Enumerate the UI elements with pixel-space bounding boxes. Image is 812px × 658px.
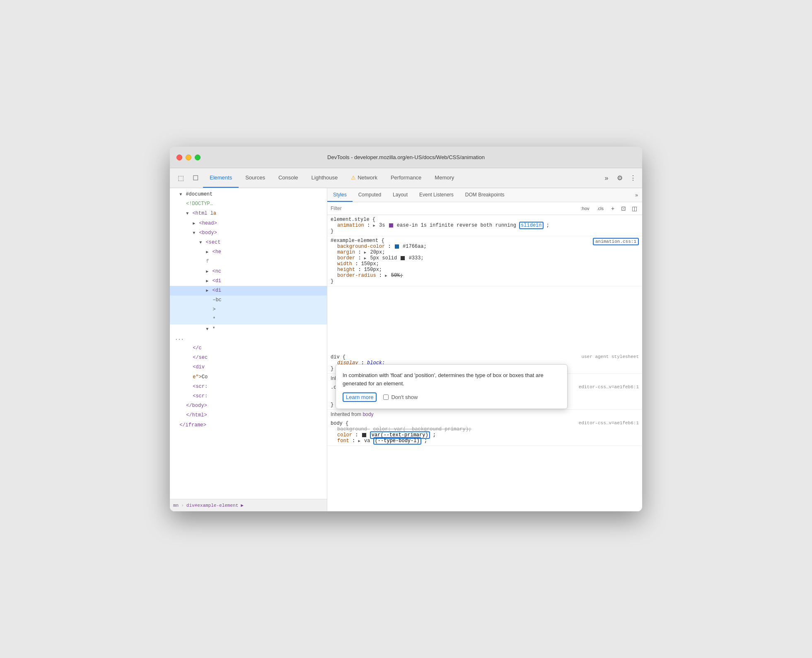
dom-panel: ▼ #document <!DOCTYP… ▼ <html la ▶ <head… <box>170 188 327 511</box>
css-selector-body: body { editor-css…v=ae1feb6:1 <box>331 421 639 426</box>
minimize-button[interactable] <box>186 155 191 160</box>
tooltip-text: In combination with 'float' and 'positio… <box>343 371 561 387</box>
border-color-swatch[interactable] <box>401 256 405 260</box>
css-selector-div: div { user agent stylesheet <box>331 354 639 360</box>
tooltip-footer: Learn more Don't show <box>343 392 561 402</box>
tab-network[interactable]: ⚠ Network <box>344 168 384 188</box>
dom-line: </iframe> <box>170 421 327 430</box>
margin-expand[interactable]: ▶ <box>364 251 366 255</box>
dom-line: </sec <box>170 353 327 363</box>
dom-line: <scr: <box>170 382 327 392</box>
body-css-source[interactable]: editor-css…v=ae1feb6:1 <box>579 421 639 426</box>
menu-button[interactable]: ⋮ <box>627 172 639 184</box>
dom-line: e">Co <box>170 373 327 382</box>
filter-input[interactable] <box>331 206 575 211</box>
warning-icon: ⚠ <box>351 174 356 181</box>
close-button[interactable] <box>176 155 182 160</box>
inherited-from-body: Inherited from body <box>327 410 642 419</box>
add-style-button[interactable]: + <box>608 204 617 213</box>
dom-line: <div <box>170 363 327 372</box>
tab-computed[interactable]: Computed <box>353 188 387 202</box>
prop-height: height : 150px; <box>337 267 639 273</box>
font-value-highlighted: (--type-body-l) <box>373 437 421 445</box>
close-panel-button[interactable]: ◫ <box>630 204 639 213</box>
tab-event-listeners[interactable]: Event Listeners <box>413 188 459 202</box>
maximize-button[interactable] <box>195 155 201 160</box>
prop-border-radius: border-radius : ▶ 50%; <box>337 273 639 278</box>
dom-line: ▶ <nc <box>170 267 327 276</box>
tab-styles[interactable]: Styles <box>327 188 353 202</box>
css-selector-example: #example-element { animation.css:1 <box>331 238 639 244</box>
tab-console[interactable]: Console <box>272 168 305 188</box>
dom-line: ▼ <sect <box>170 238 327 247</box>
user-agent-note: user agent stylesheet <box>581 354 639 359</box>
tab-layout[interactable]: Layout <box>387 188 413 202</box>
breadcrumb-mn: mn <box>173 503 179 508</box>
cursor-icon[interactable]: ⬚ <box>173 168 188 188</box>
more-tabs-button[interactable]: » <box>601 172 612 184</box>
styles-more-tabs[interactable]: » <box>631 188 642 202</box>
dom-line: ▼ <html la <box>170 209 327 218</box>
inherited-body-ref[interactable]: body <box>362 411 373 417</box>
filter-actions: :hov .cls + ⊡ ◫ <box>578 204 639 213</box>
toggle-panel-button[interactable]: ⊡ <box>619 204 628 213</box>
border-expand[interactable]: ▶ <box>364 256 366 261</box>
dom-line: <!DOCTYP… <box>170 199 327 209</box>
dom-line: ▶ <head> <box>170 219 327 228</box>
tab-lighthouse[interactable]: Lighthouse <box>305 168 345 188</box>
styles-panel: Styles Computed Layout Event Listeners D… <box>327 188 642 511</box>
dom-line: </c <box>170 344 327 353</box>
settings-button[interactable]: ⚙ <box>614 172 626 184</box>
devtools-window: DevTools - developer.mozilla.org/en-US/d… <box>170 147 642 511</box>
output-css-source[interactable]: editor-css…v=ae1feb6:1 <box>579 385 639 389</box>
dom-line: </html> <box>170 411 327 420</box>
animation-color-swatch[interactable] <box>389 223 393 227</box>
bg-color-swatch[interactable] <box>395 244 399 249</box>
dom-line: f <box>170 257 327 266</box>
dont-show-checkbox[interactable] <box>383 394 389 400</box>
dom-tree[interactable]: ▼ #document <!DOCTYP… ▼ <html la ▶ <head… <box>170 188 327 499</box>
prop-border: border : ▶ 5px solid #333; <box>337 255 639 261</box>
prop-margin: margin : ▶ 20px; <box>337 249 639 255</box>
css-rule-example-element: #example-element { animation.css:1 backg… <box>327 236 642 286</box>
dom-line: ▶ <di <box>170 276 327 286</box>
prop-body-font: font : ▶ va (--type-body-l) ; <box>337 438 639 444</box>
breadcrumb-element[interactable]: div#example-element <box>186 503 238 508</box>
tab-elements[interactable]: Elements <box>203 168 239 188</box>
devtools-body: ▼ #document <!DOCTYP… ▼ <html la ▶ <head… <box>170 188 642 511</box>
styles-content[interactable]: element.style { animation : ▶ 3s ease-in… <box>327 215 642 511</box>
font-expand[interactable]: ▶ <box>358 439 360 443</box>
traffic-lights <box>176 155 201 160</box>
dom-line: ▼ <body> <box>170 228 327 238</box>
animation-css-source[interactable]: animation.css:1 <box>593 238 639 245</box>
body-color-swatch[interactable] <box>362 433 366 437</box>
dom-line: </body> <box>170 401 327 411</box>
dom-line: <scr: <box>170 392 327 401</box>
window-title: DevTools - developer.mozilla.org/en-US/d… <box>327 154 485 160</box>
filter-bar: :hov .cls + ⊡ ◫ <box>327 202 642 215</box>
dom-line-selected: ▶ <di <box>170 286 327 295</box>
dom-line: ▶ <he <box>170 247 327 257</box>
animation-expand[interactable]: ▶ <box>373 224 375 228</box>
title-bar: DevTools - developer.mozilla.org/en-US/d… <box>170 147 642 168</box>
tab-memory[interactable]: Memory <box>428 168 461 188</box>
css-rule-body: body { editor-css…v=ae1feb6:1 background… <box>327 419 642 446</box>
learn-more-link[interactable]: Learn more <box>343 392 377 402</box>
css-selector-element-style: element.style { <box>331 217 639 223</box>
css-prop-animation: animation : ▶ 3s ease-in 1s infinite rev… <box>331 223 639 228</box>
border-radius-expand[interactable]: ▶ <box>385 274 387 278</box>
tab-dom-breakpoints[interactable]: DOM Breakpoints <box>459 188 510 202</box>
dom-line: –bc <box>170 295 327 305</box>
tab-performance[interactable]: Performance <box>384 168 428 188</box>
slidein-highlighted: slidein <box>519 222 543 229</box>
dom-breadcrumb: mn › div#example-element ▶ <box>170 499 327 511</box>
dom-line: ▼ #document <box>170 190 327 199</box>
dont-show-label: Don't show <box>383 394 418 400</box>
css-rule-element-style: element.style { animation : ▶ 3s ease-in… <box>327 215 642 236</box>
inspect-icon[interactable]: ☐ <box>188 168 203 188</box>
cls-button[interactable]: .cls <box>594 205 607 212</box>
prop-width: width : 150px; <box>337 261 639 267</box>
dom-ellipsis: ... <box>170 334 327 344</box>
tab-sources[interactable]: Sources <box>239 168 272 188</box>
hov-button[interactable]: :hov <box>578 205 592 212</box>
